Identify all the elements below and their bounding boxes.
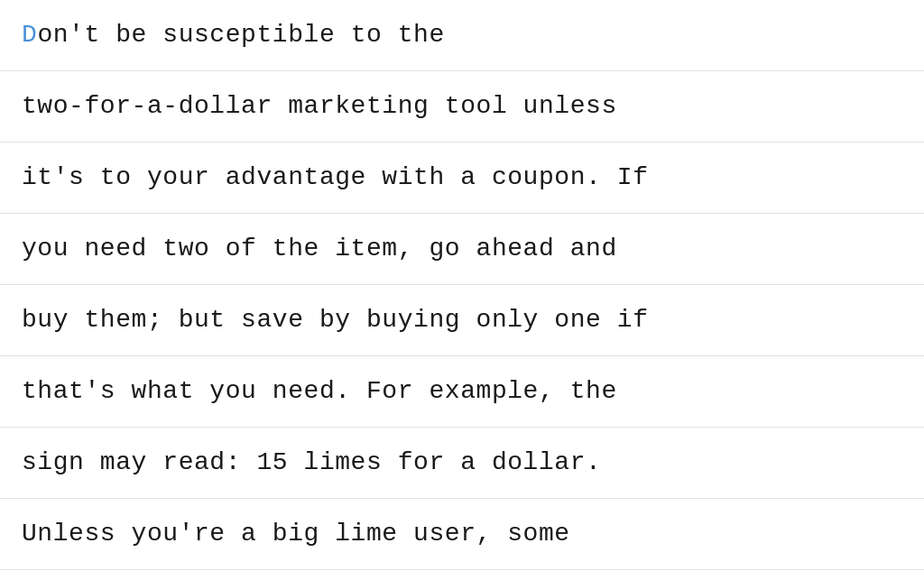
text-line: sign may read: 15 limes for a dollar. xyxy=(0,428,924,499)
text-content-area: Don't be susceptible to the two-for-a-do… xyxy=(0,0,924,571)
line-text: it's to your advantage with a coupon. If xyxy=(22,165,649,190)
text-line: that's what you need. For example, the xyxy=(0,356,924,428)
line-text: that's what you need. For example, the xyxy=(22,379,617,404)
text-line: you need two of the item, go ahead and xyxy=(0,214,924,285)
text-line: Unless you're a big lime user, some xyxy=(0,499,924,570)
text-line: it's to your advantage with a coupon. If xyxy=(0,143,924,214)
text-line: two-for-a-dollar marketing tool unless xyxy=(0,71,924,143)
line-text: on't be susceptible to the xyxy=(37,23,444,48)
text-line: Don't be susceptible to the xyxy=(0,0,924,71)
highlighted-first-char: D xyxy=(22,23,37,48)
line-text: two-for-a-dollar marketing tool unless xyxy=(22,94,617,119)
text-line: buy them; but save by buying only one if xyxy=(0,285,924,356)
line-text: sign may read: 15 limes for a dollar. xyxy=(22,450,601,475)
line-text: buy them; but save by buying only one if xyxy=(22,308,649,333)
line-text: Unless you're a big lime user, some xyxy=(22,521,570,547)
line-text: you need two of the item, go ahead and xyxy=(22,236,617,262)
